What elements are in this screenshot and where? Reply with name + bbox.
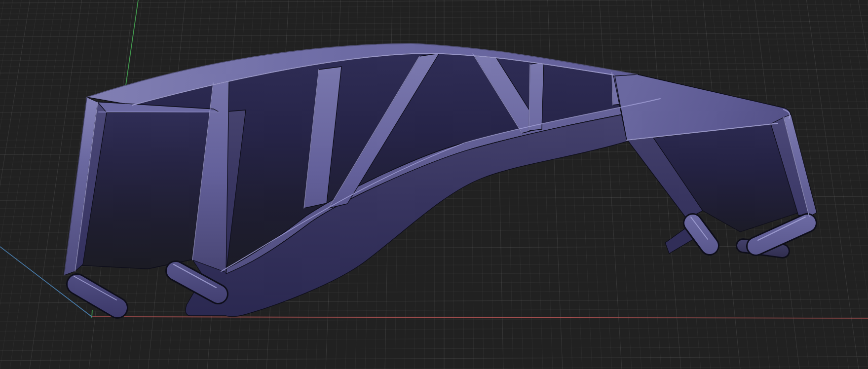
viewport-3d[interactable]: [0, 0, 868, 369]
scene-canvas[interactable]: [0, 0, 868, 369]
strut-5: [529, 63, 544, 131]
